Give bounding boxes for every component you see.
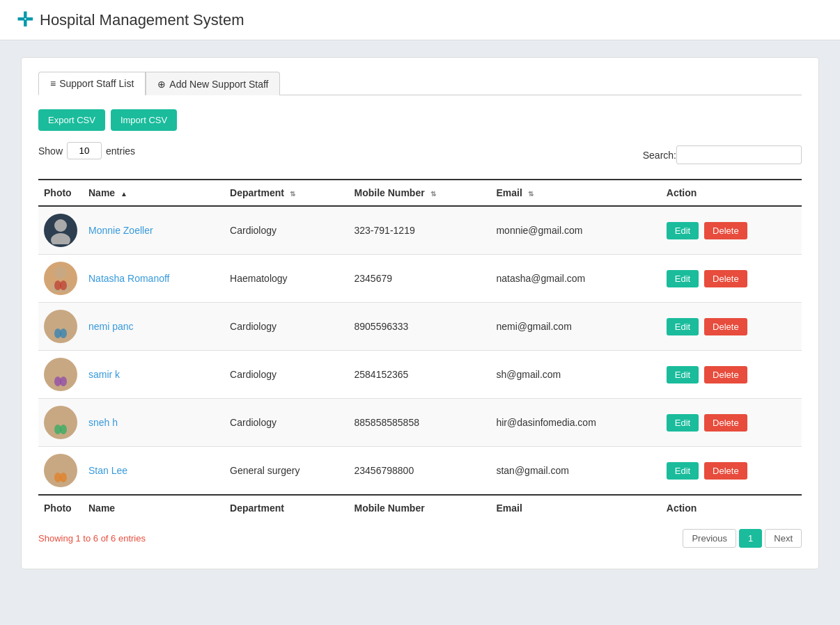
show-entries-input[interactable] [67,142,102,159]
avatar [44,214,77,247]
svg-point-1 [51,233,70,244]
edit-button[interactable]: Edit [667,462,699,480]
cell-department: Cardiology [224,351,348,399]
footer-row: Showing 1 to 6 of 6 entries Previous 1 N… [38,529,802,548]
tab-bar: ≡ Support Staff List ⊕ Add New Support S… [38,72,802,95]
table-footer-row: Photo Name Department Mobile Number Emai… [38,495,802,521]
svg-point-9 [60,329,67,338]
svg-point-13 [60,377,67,386]
search-row: Search: [643,145,802,164]
col-photo: Photo [38,180,83,206]
search-input[interactable] [676,145,802,164]
cell-action: Edit Delete [661,255,802,303]
svg-point-2 [54,267,67,279]
sort-mobile-icon: ⇅ [430,190,436,198]
export-csv-button[interactable]: Export CSV [38,109,105,131]
staff-name-link[interactable]: Monnie Zoeller [88,225,153,236]
delete-button[interactable]: Delete [704,414,747,432]
cell-photo [38,399,83,447]
staff-name-link[interactable]: Natasha Romanoff [88,273,169,284]
next-button[interactable]: Next [765,529,802,548]
col-name[interactable]: Name ▲ [83,180,224,206]
foot-name: Name [83,495,224,521]
cell-photo [38,351,83,399]
avatar [44,262,77,295]
delete-button[interactable]: Delete [704,462,747,480]
cell-email: stan@gmail.com [490,447,660,496]
tab-support-staff-list[interactable]: ≡ Support Staff List [38,72,146,95]
avatar [44,310,77,343]
svg-point-21 [60,473,67,482]
cell-department: Cardiology [224,399,348,447]
app-header: ✛ Hospital Management System [0,0,840,40]
svg-point-6 [54,315,67,327]
svg-point-10 [54,363,67,375]
edit-button[interactable]: Edit [667,414,699,432]
svg-point-18 [54,459,67,471]
edit-button[interactable]: Edit [667,366,699,383]
table-row: samir k Cardiology 2584152365 sh@gmail.c… [38,351,802,399]
cell-mobile: 23456798800 [349,447,491,496]
foot-mobile: Mobile Number [349,495,491,521]
foot-email: Email [490,495,660,521]
edit-button[interactable]: Edit [667,270,699,287]
previous-button[interactable]: Previous [683,529,736,548]
avatar [44,406,77,439]
list-icon: ≡ [50,78,56,89]
search-label: Search: [643,150,676,161]
edit-button[interactable]: Edit [667,318,699,335]
delete-button[interactable]: Delete [704,270,747,287]
showing-text: Showing 1 to 6 of 6 entries [38,533,146,544]
foot-photo: Photo [38,495,83,521]
col-mobile[interactable]: Mobile Number ⇅ [349,180,491,206]
avatar [44,358,77,391]
delete-button[interactable]: Delete [704,366,747,383]
cell-name: Natasha Romanoff [83,255,224,303]
cell-action: Edit Delete [661,351,802,399]
cell-photo [38,303,83,351]
content-card: ≡ Support Staff List ⊕ Add New Support S… [21,57,819,569]
cell-photo [38,447,83,496]
delete-button[interactable]: Delete [704,222,747,239]
cell-department: Cardiology [224,303,348,351]
svg-point-14 [54,411,67,423]
foot-department: Department [224,495,348,521]
svg-point-17 [60,425,67,434]
edit-button[interactable]: Edit [667,222,699,239]
staff-name-link[interactable]: samir k [88,369,120,380]
show-label: Show [38,145,63,157]
cell-email: nemi@gmail.com [490,303,660,351]
show-entries-control: Show entries [38,142,135,159]
cell-photo [38,255,83,303]
staff-table: Photo Name ▲ Department ⇅ Mobile Number … [38,179,802,521]
cell-name: nemi panc [83,303,224,351]
cell-mobile: 323-791-1219 [349,206,491,255]
cell-photo [38,206,83,255]
table-header-row: Photo Name ▲ Department ⇅ Mobile Number … [38,180,802,206]
cell-mobile: 2345679 [349,255,491,303]
sort-email-icon: ⇅ [528,190,534,198]
sort-name-icon: ▲ [120,190,127,198]
tab-add-new-support-staff[interactable]: ⊕ Add New Support Staff [146,72,280,95]
page-1-button[interactable]: 1 [739,529,762,548]
cell-mobile: 2584152365 [349,351,491,399]
staff-name-link[interactable]: nemi panc [88,321,134,332]
cell-department: Cardiology [224,206,348,255]
import-csv-button[interactable]: Import CSV [111,109,177,131]
cell-email: natasha@gmail.com [490,255,660,303]
cell-name: Monnie Zoeller [83,206,224,255]
cell-mobile: 885858585858 [349,399,491,447]
add-icon: ⊕ [157,79,166,90]
cell-name: samir k [83,351,224,399]
col-action: Action [661,180,802,206]
staff-name-link[interactable]: sneh h [88,417,118,428]
cell-name: sneh h [83,399,224,447]
col-department[interactable]: Department ⇅ [224,180,348,206]
cell-action: Edit Delete [661,206,802,255]
pagination: Previous 1 Next [683,529,802,548]
actions-row: Export CSV Import CSV [38,109,802,131]
staff-name-link[interactable]: Stan Lee [88,465,127,476]
col-email[interactable]: Email ⇅ [490,180,660,206]
app-title: Hospital Management System [40,11,244,29]
delete-button[interactable]: Delete [704,318,747,335]
